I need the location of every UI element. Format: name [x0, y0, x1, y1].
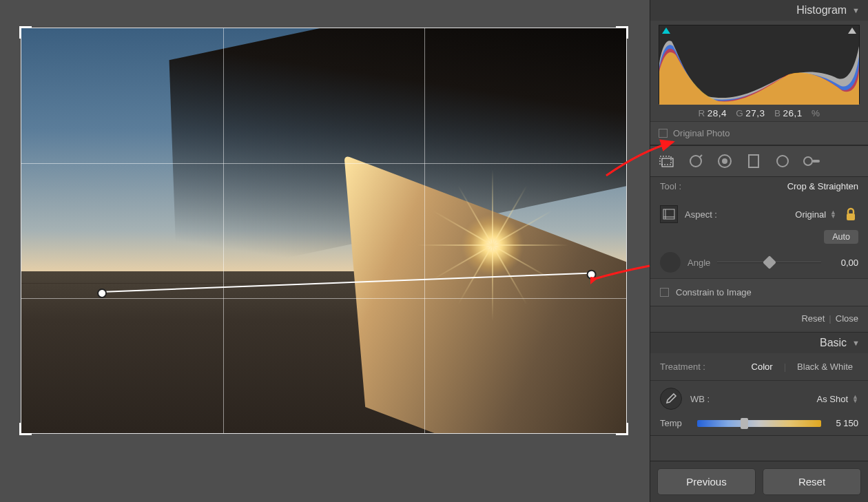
temp-value: 5 150 — [828, 418, 858, 428]
checkbox-icon[interactable] — [660, 288, 669, 297]
crop-handle-tl[interactable] — [19, 26, 32, 39]
checkbox-icon[interactable] — [659, 129, 668, 138]
svg-rect-5 — [749, 155, 758, 167]
aspect-lock-icon[interactable] — [843, 206, 858, 222]
photo-preview — [21, 28, 626, 433]
highlight-clip-icon[interactable] — [848, 28, 856, 34]
histogram-rgb-readout: R28,4 G27,3 B26,1 % — [659, 108, 860, 118]
gradient-tool-icon[interactable] — [744, 151, 763, 171]
original-photo-label: Original Photo — [673, 128, 730, 138]
radial-tool-icon[interactable] — [773, 151, 792, 171]
angle-label: Angle — [688, 258, 710, 268]
updown-icon: ▲▼ — [830, 210, 836, 218]
grid-line — [21, 163, 626, 164]
crop-overlay-icon[interactable] — [660, 205, 678, 223]
grid-line — [424, 28, 425, 433]
right-panel: Histogram ▼ R28,4 G27,3 B — [650, 0, 868, 502]
straighten-tool-icon[interactable] — [660, 252, 681, 273]
svg-point-6 — [777, 156, 788, 167]
constrain-label: Constrain to Image — [676, 287, 752, 297]
crop-close-button[interactable]: Close — [836, 313, 858, 324]
temp-slider[interactable] — [697, 420, 821, 427]
updown-icon: ▲▼ — [852, 395, 858, 403]
wb-dropdown[interactable]: As Shot ▲▼ — [817, 394, 858, 404]
collapse-icon: ▼ — [852, 6, 860, 14]
tool-strip — [650, 145, 868, 177]
angle-value: 0,00 — [828, 258, 858, 268]
svg-rect-10 — [847, 213, 855, 220]
reset-button[interactable]: Reset — [763, 468, 861, 495]
constrain-to-image-toggle[interactable]: Constrain to Image — [650, 278, 868, 306]
angle-auto-button[interactable]: Auto — [824, 230, 858, 244]
aspect-dropdown[interactable]: Original ▲▼ — [795, 209, 836, 220]
brush-tool-icon[interactable] — [802, 151, 821, 171]
svg-rect-1 — [662, 158, 673, 167]
svg-rect-8 — [812, 160, 820, 163]
collapse-icon: ▼ — [852, 339, 860, 347]
crop-tool-icon[interactable] — [657, 151, 676, 171]
redeye-tool-icon[interactable] — [715, 151, 734, 171]
grid-line — [223, 28, 224, 433]
wb-eyedropper-icon[interactable] — [660, 388, 682, 410]
original-photo-toggle[interactable]: Original Photo — [650, 121, 868, 145]
crop-handle-bl[interactable] — [19, 423, 32, 435]
basic-title: Basic — [820, 337, 847, 349]
grid-line — [21, 298, 626, 299]
angle-slider[interactable] — [717, 258, 821, 267]
previous-button[interactable]: Previous — [657, 468, 756, 495]
histogram-graph[interactable] — [659, 25, 860, 104]
treatment-label: Treatment : — [660, 362, 705, 372]
treatment-color-button[interactable]: Color — [746, 360, 778, 373]
crop-reset-button[interactable]: Reset — [801, 313, 825, 324]
histogram-header[interactable]: Histogram ▼ — [650, 0, 868, 21]
svg-point-4 — [722, 158, 727, 164]
svg-point-7 — [804, 157, 812, 165]
aspect-label: Aspect : — [685, 209, 717, 220]
temp-label: Temp — [660, 418, 690, 428]
svg-rect-0 — [660, 156, 671, 165]
tool-name: Crop & Straighten — [787, 181, 858, 191]
histogram-title: Histogram — [796, 4, 847, 17]
tool-label: Tool : — [660, 181, 681, 191]
crop-handle-tr[interactable] — [616, 26, 628, 39]
crop-frame[interactable] — [21, 28, 627, 434]
treatment-bw-button[interactable]: Black & White — [792, 360, 858, 373]
image-stage[interactable] — [0, 0, 650, 502]
basic-header[interactable]: Basic ▼ — [650, 333, 868, 353]
svg-rect-9 — [663, 209, 674, 219]
crop-handle-br[interactable] — [616, 423, 628, 435]
shadow-clip-icon[interactable] — [662, 28, 670, 34]
spot-tool-icon[interactable] — [686, 151, 705, 171]
wb-label: WB : — [690, 394, 710, 404]
